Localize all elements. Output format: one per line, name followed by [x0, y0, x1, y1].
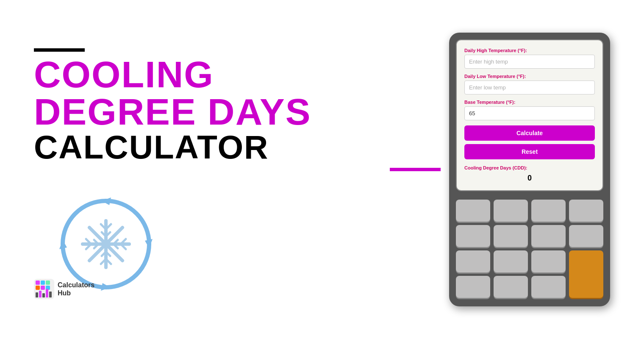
key-10[interactable] — [494, 250, 528, 272]
svg-point-24 — [102, 240, 110, 248]
reset-button[interactable]: Reset — [464, 144, 595, 159]
svg-marker-3 — [102, 197, 111, 205]
key-13[interactable] — [494, 276, 528, 298]
calculate-button[interactable]: Calculate — [464, 125, 595, 141]
snowflake-area — [34, 189, 441, 299]
svg-rect-32 — [36, 292, 38, 297]
key-9[interactable] — [456, 250, 490, 272]
left-section: COOLING DEGREE DAYS CALCULATOR — [34, 40, 441, 299]
heading-calculator: CALCULATOR — [34, 131, 441, 164]
key-12[interactable] — [456, 276, 490, 298]
logo-text: Calculators Hub — [58, 281, 94, 297]
title-bar-decoration — [34, 48, 85, 52]
calculator-body: Daily High Temperature (°F): Daily Low T… — [449, 33, 610, 306]
svg-rect-30 — [41, 286, 45, 290]
svg-rect-36 — [49, 292, 52, 297]
key-6[interactable] — [494, 225, 528, 247]
result-label: Cooling Degree Days (CDD): — [464, 165, 595, 170]
logo-name-line2: Hub — [58, 289, 94, 297]
logo-name-line1: Calculators — [58, 281, 94, 289]
right-section: Daily High Temperature (°F): Daily Low T… — [441, 33, 619, 306]
logo-area: Calculators Hub — [34, 279, 94, 299]
base-temp-input[interactable] — [464, 106, 595, 120]
low-temp-input[interactable] — [464, 81, 595, 94]
svg-rect-34 — [42, 293, 45, 297]
svg-rect-26 — [36, 281, 40, 285]
svg-rect-29 — [36, 286, 40, 290]
heading-cooling: COOLING — [34, 56, 441, 93]
calculator-screen: Daily High Temperature (°F): Daily Low T… — [456, 39, 603, 191]
logo-icon — [34, 279, 54, 299]
key-14[interactable] — [531, 276, 566, 298]
key-11[interactable] — [531, 250, 566, 272]
key-2[interactable] — [494, 200, 528, 222]
low-temp-label: Daily Low Temperature (°F): — [464, 74, 595, 79]
svg-rect-33 — [39, 291, 42, 297]
key-7[interactable] — [531, 225, 566, 247]
key-4[interactable] — [569, 200, 603, 222]
key-1[interactable] — [456, 200, 490, 222]
heading-degree-days: DEGREE DAYS — [34, 93, 441, 131]
svg-rect-28 — [46, 281, 50, 285]
svg-rect-27 — [41, 281, 45, 285]
high-temp-input[interactable] — [464, 55, 595, 69]
keypad — [456, 198, 603, 300]
key-5[interactable] — [456, 225, 490, 247]
key-3[interactable] — [531, 200, 566, 222]
base-temp-label: Base Temperature (°F): — [464, 100, 595, 105]
result-value: 0 — [464, 172, 595, 184]
key-orange[interactable] — [569, 250, 603, 298]
key-8[interactable] — [569, 225, 603, 247]
svg-rect-35 — [46, 289, 48, 297]
high-temp-label: Daily High Temperature (°F): — [464, 48, 595, 53]
